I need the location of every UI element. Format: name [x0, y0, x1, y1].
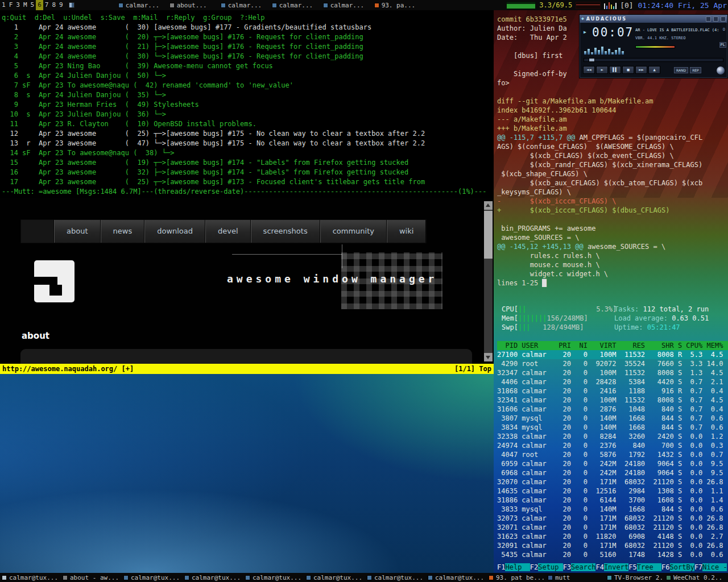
- tag-7[interactable]: 7: [43, 0, 51, 10]
- process-row[interactable]: 3807 mysql 20 0 140M 1668 844 S 0.7 0.6: [497, 414, 728, 423]
- seek-bar[interactable]: [584, 58, 723, 62]
- taskbar-item[interactable]: mutt: [546, 574, 605, 581]
- taskbar-item[interactable]: calmar@tux...: [365, 574, 426, 581]
- mutt-row[interactable]: 7 sF Apr 23 To awesome@naqu ( 42) rename…: [2, 81, 494, 90]
- tab-about[interactable]: about: [54, 220, 101, 243]
- taskbar-item[interactable]: calmar@tux...: [0, 574, 61, 581]
- repeat-toggle[interactable]: REP: [690, 67, 701, 73]
- mutt-row[interactable]: 6 s Apr 24 Julien Danjou ( 50) └─>: [2, 71, 494, 81]
- tag-9[interactable]: 9: [57, 0, 65, 10]
- play-button[interactable]: ►: [596, 66, 608, 74]
- taskbar-item[interactable]: about...: [169, 2, 221, 9]
- process-row[interactable]: 14635 calmar 20 0 12516 2984 1308 S 0.0 …: [497, 487, 728, 496]
- eject-button[interactable]: ▲: [648, 66, 660, 74]
- time-display[interactable]: 00:07: [592, 26, 634, 39]
- tab-devel[interactable]: devel: [205, 220, 251, 243]
- seek-thumb[interactable]: [589, 58, 595, 62]
- mutt-row[interactable]: 16 Apr 23 awesome ( 32) ├─>[awesome bugs…: [2, 168, 494, 177]
- taskbar-item[interactable]: WeeChat 0.2...: [664, 574, 723, 581]
- fkey-F1[interactable]: F1Help: [497, 563, 530, 572]
- process-row[interactable]: 32347 calmar 20 0 100M 11532 8008 S 1.3 …: [497, 368, 728, 377]
- volume-slider[interactable]: [635, 45, 675, 48]
- tag-8[interactable]: 8: [50, 0, 57, 10]
- taskbar-item[interactable]: calmar...: [323, 2, 374, 9]
- pause-button[interactable]: ▌▌: [609, 66, 621, 74]
- process-row[interactable]: 24974 calmar 20 0 2376 840 700 S 0.0 0.3: [497, 441, 728, 450]
- scroll-up-button[interactable]: [484, 201, 493, 210]
- minimize-button[interactable]: [706, 16, 711, 22]
- process-row[interactable]: 31623 calmar 20 0 11820 6908 4148 S 0.0 …: [497, 532, 728, 541]
- fkey-F5[interactable]: F5Tree: [628, 563, 661, 572]
- stop-button[interactable]: ■: [622, 66, 634, 74]
- fkey-F4[interactable]: F4Invert: [595, 563, 628, 572]
- taskbar-item[interactable]: calmar@tux...: [243, 574, 304, 581]
- process-row[interactable]: 4406 calmar 20 0 28428 5384 4420 S 0.7 2…: [497, 377, 728, 386]
- scroll-down-button[interactable]: [484, 353, 493, 361]
- process-row[interactable]: 32071 calmar 20 0 171M 68032 21120 S 0.0…: [497, 523, 728, 532]
- taskbar-item[interactable]: about - aw...: [61, 574, 122, 581]
- process-row[interactable]: 32073 calmar 20 0 171M 68032 21120 S 0.0…: [497, 514, 728, 523]
- mutt-row[interactable]: 10 s Apr 23 Julien Danjou ( 36) └─>: [2, 110, 494, 119]
- next-button[interactable]: ►►: [635, 66, 647, 74]
- process-row[interactable]: 3834 mysql 20 0 140M 1668 844 S 0.7 0.6: [497, 423, 728, 432]
- playlist-button[interactable]: PL: [719, 42, 726, 48]
- audacious-titlebar[interactable]: ◆ AUDACIOUS: [580, 15, 727, 23]
- mutt-row[interactable]: 15 Apr 23 awesome ( 19) ┬─>[awesome bugs…: [2, 158, 494, 168]
- mutt-row[interactable]: 4 Apr 24 awesome ( 30) └─>[awesome bugs]…: [2, 52, 494, 61]
- taskbar-item[interactable]: 93. pa...: [374, 2, 425, 9]
- taskbar-item[interactable]: calmar...: [272, 2, 323, 9]
- scrollbar-thumb[interactable]: [484, 211, 493, 259]
- process-row[interactable]: 3833 mysql 20 0 140M 1668 844 S 0.0 0.6: [497, 505, 728, 514]
- mutt-row[interactable]: 9 Apr 23 Herman Fries ( 49) Stylesheets: [2, 100, 494, 110]
- taskbar-item[interactable]: calmar@tux...: [122, 574, 183, 581]
- shuffle-toggle[interactable]: RAND: [674, 67, 688, 73]
- process-row[interactable]: 32091 calmar 20 0 171M 68032 21120 S 0.0…: [497, 541, 728, 550]
- tag-5[interactable]: 5: [29, 0, 36, 10]
- tag-M[interactable]: M: [22, 0, 29, 10]
- process-row[interactable]: 27100 calmar 20 0 100M 11532 8008 R 5.3 …: [497, 350, 728, 359]
- process-row[interactable]: 31868 calmar 20 0 2416 1188 916 R 0.7 0.…: [497, 386, 728, 396]
- tab-download[interactable]: download: [144, 220, 205, 243]
- taskbar-item[interactable]: calmar@tux...: [183, 574, 243, 581]
- taskbar-item[interactable]: TV-Browser 2...: [605, 574, 664, 581]
- tab-news[interactable]: news: [101, 220, 145, 243]
- tab-community[interactable]: community: [320, 220, 387, 243]
- process-row[interactable]: 6959 calmar 20 0 242M 24180 9064 S 0.0 9…: [497, 459, 728, 468]
- taskbar-item[interactable]: 93. pat be...: [487, 574, 546, 581]
- fkey-F3[interactable]: F3Search: [563, 563, 596, 572]
- process-row[interactable]: 5435 calmar 20 0 5160 1748 1428 S 0.0 0.…: [497, 550, 728, 559]
- close-button[interactable]: [721, 16, 726, 22]
- audacious-logo-button[interactable]: [717, 66, 725, 74]
- mutt-row[interactable]: 2 Apr 24 awesome ( 20) ┬─>[awesome bugs]…: [2, 32, 494, 42]
- mutt-row[interactable]: 8 s Apr 24 Julien Danjou ( 35) └─>: [2, 90, 494, 100]
- fkey-F6[interactable]: F6SortBy: [661, 563, 694, 572]
- mutt-row[interactable]: 14 sF Apr 23 To awesome@naqu ( 38) └─>: [2, 148, 494, 158]
- tag-6[interactable]: 6: [36, 0, 43, 10]
- taskbar-item[interactable]: calmar@tux...: [426, 574, 487, 581]
- process-row[interactable]: 32341 calmar 20 0 100M 11532 8008 S 0.7 …: [497, 396, 728, 405]
- tag-3[interactable]: 3: [14, 0, 22, 10]
- scrollbar[interactable]: [484, 201, 493, 361]
- taskbar-item[interactable]: calmar...: [221, 2, 272, 9]
- options-label[interactable]: O: [723, 27, 725, 32]
- mutt-row[interactable]: 3 Apr 24 awesome ( 21) ├─>[awesome bugs]…: [2, 42, 494, 52]
- process-row[interactable]: 6968 calmar 20 0 242M 24180 9064 S 0.0 9…: [497, 468, 728, 477]
- fkey-F7[interactable]: F7Nice -: [694, 563, 727, 572]
- process-row[interactable]: 32070 calmar 20 0 171M 68032 21120 S 0.0…: [497, 477, 728, 487]
- tag-F[interactable]: F: [7, 0, 15, 10]
- process-row[interactable]: 31606 calmar 20 0 2876 1048 840 S 0.7 0.…: [497, 405, 728, 414]
- process-row[interactable]: 32338 calmar 20 0 8284 3260 2420 S 0.0 1…: [497, 432, 728, 441]
- previous-button[interactable]: ◄◄: [583, 66, 595, 74]
- process-row[interactable]: 4290 root 20 0 92072 35524 7660 S 3.3 14…: [497, 359, 728, 368]
- htop-table-header[interactable]: PID USER PRI NI VIRT RES SHR S CPU% MEM%: [497, 341, 728, 350]
- tab-home[interactable]: [21, 220, 54, 243]
- taskbar-item[interactable]: calmar...: [118, 2, 169, 9]
- shade-button[interactable]: [713, 16, 718, 22]
- mutt-row[interactable]: 12 Apr 23 awesome ( 25) ┬─>[awesome bugs…: [2, 129, 494, 139]
- mutt-row[interactable]: 5 Apr 23 Ning Bao ( 39) Awesome-menu can…: [2, 61, 494, 71]
- mutt-row[interactable]: 11 Apr 23 R. Clayton ( 10) OpenBSD insta…: [2, 119, 494, 129]
- layout-icon[interactable]: [69, 2, 75, 8]
- mutt-row[interactable]: 13 r Apr 23 awesome ( 47) └─>[awesome bu…: [2, 139, 494, 148]
- mutt-row[interactable]: 17 Apr 23 awesome ( 25) ┬─>[awesome bugs…: [2, 177, 494, 187]
- tag-1[interactable]: 1: [0, 0, 7, 10]
